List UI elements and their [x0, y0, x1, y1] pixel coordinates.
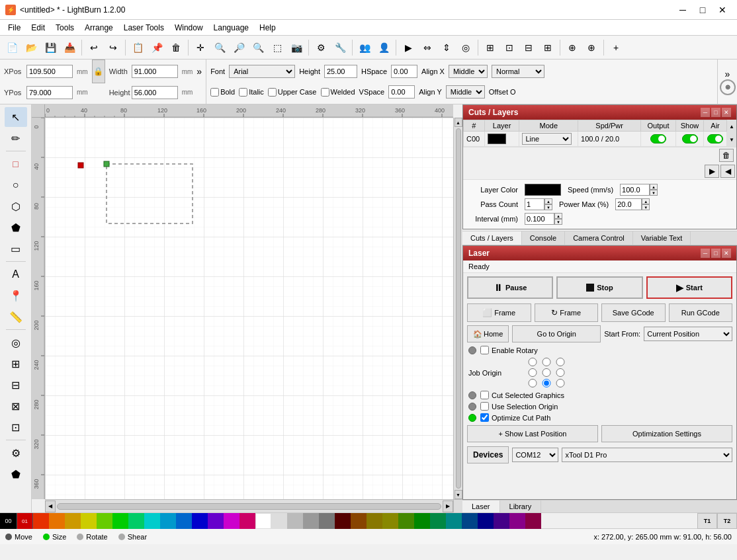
- speed-input[interactable]: [620, 184, 650, 196]
- close-button[interactable]: ✕: [713, 3, 732, 17]
- expand-props-button[interactable]: »: [196, 66, 202, 77]
- aligny-select[interactable]: Middle: [446, 85, 485, 99]
- xpos-input[interactable]: [26, 65, 73, 78]
- enable-rotary-check[interactable]: Enable Rotary: [480, 346, 538, 354]
- tab-console[interactable]: Console: [522, 231, 565, 245]
- palette-t2[interactable]: T2: [717, 513, 737, 529]
- normal-select[interactable]: Normal: [492, 65, 544, 78]
- user2-button[interactable]: 👤: [374, 38, 393, 57]
- welded-check[interactable]: Welded: [321, 88, 355, 97]
- palette-25[interactable]: [398, 513, 414, 529]
- palette-02[interactable]: [33, 513, 49, 529]
- palette-17[interactable]: [271, 513, 287, 529]
- start-button[interactable]: ▶ Start: [646, 276, 732, 299]
- tab-cuts-layers[interactable]: Cuts / Layers: [462, 231, 522, 245]
- home-pos-button[interactable]: ⊕: [720, 79, 736, 95]
- open-button[interactable]: 📂: [22, 38, 40, 57]
- expand-right-btn[interactable]: ▶: [705, 165, 719, 178]
- new-button[interactable]: 📄: [3, 38, 21, 57]
- interval-input[interactable]: [525, 213, 554, 225]
- palette-04[interactable]: [65, 513, 81, 529]
- palette-t1[interactable]: T1: [697, 513, 717, 529]
- cuts-maximize-button[interactable]: □: [711, 108, 720, 117]
- undo-button[interactable]: ↩: [85, 38, 103, 57]
- palette-01[interactable]: 01: [17, 513, 33, 529]
- menu-language[interactable]: Language: [208, 20, 254, 35]
- tab-camera[interactable]: Camera Control: [565, 231, 633, 245]
- save-button[interactable]: 💾: [41, 38, 60, 57]
- rect2-tool-button[interactable]: ▭: [5, 239, 27, 259]
- palette-32[interactable]: [509, 513, 525, 529]
- text-tool-button[interactable]: A: [5, 264, 27, 284]
- menu-tools[interactable]: Tools: [50, 20, 79, 35]
- output-toggle[interactable]: [650, 134, 666, 143]
- collapse-right-btn[interactable]: ◀: [720, 165, 735, 178]
- jorigin-bc[interactable]: [541, 379, 552, 387]
- pass-up-button[interactable]: ▲: [544, 198, 552, 204]
- palette-23[interactable]: [367, 513, 382, 529]
- rect-tool-button[interactable]: □: [5, 154, 27, 174]
- move-button[interactable]: ✛: [191, 38, 210, 57]
- circle-tool-button[interactable]: ○: [5, 175, 27, 195]
- copy-button[interactable]: 📋: [128, 38, 147, 57]
- palette-29[interactable]: [462, 513, 478, 529]
- palette-22[interactable]: [351, 513, 367, 529]
- speed-up-button[interactable]: ▲: [650, 184, 658, 190]
- opt-settings-button[interactable]: Optimization Settings: [601, 425, 732, 442]
- horizontal-scrollbar[interactable]: ◀ ▶: [45, 499, 453, 512]
- palette-20[interactable]: [319, 513, 335, 529]
- uppercase-check[interactable]: Upper Case: [268, 88, 317, 97]
- speed-down-button[interactable]: ▼: [650, 190, 658, 196]
- black-layer[interactable]: 00: [0, 513, 17, 529]
- optimize-check[interactable]: Optimize Cut Path: [480, 413, 550, 422]
- save-as-button[interactable]: 📥: [60, 38, 79, 57]
- jorigin-bl[interactable]: [527, 379, 539, 387]
- cut-selected-check[interactable]: Cut Selected Graphics: [480, 391, 564, 399]
- redo-button[interactable]: ↪: [104, 38, 122, 57]
- palette-05[interactable]: [81, 513, 97, 529]
- machine-select[interactable]: xTool D1 Pro: [562, 448, 732, 462]
- palette-18[interactable]: [287, 513, 303, 529]
- ungroup-tool-button[interactable]: ⊠: [5, 396, 27, 416]
- array-button[interactable]: ⊞: [5, 354, 27, 374]
- jorigin-ml[interactable]: [527, 368, 539, 377]
- group-tool-button[interactable]: ⊟: [5, 375, 27, 395]
- menu-help[interactable]: Help: [254, 20, 281, 35]
- palette-27[interactable]: [430, 513, 446, 529]
- menu-file[interactable]: File: [3, 20, 26, 35]
- power-down-button[interactable]: ▼: [642, 204, 650, 210]
- show-toggle[interactable]: [682, 134, 698, 143]
- delete-layer-button[interactable]: 🗑: [719, 149, 734, 162]
- jorigin-br[interactable]: [554, 379, 566, 387]
- pass-count-input[interactable]: [525, 198, 544, 210]
- start-from-select[interactable]: Current Position Absolute Coords User Or…: [644, 327, 732, 341]
- table-scroll-down[interactable]: ▼: [727, 134, 736, 147]
- canvas-content[interactable]: [45, 118, 453, 499]
- hspace-input[interactable]: [391, 65, 417, 78]
- home-button[interactable]: 🏠 Home: [467, 325, 509, 342]
- circle-button[interactable]: ◎: [456, 38, 475, 57]
- alignx-select[interactable]: Middle: [449, 65, 488, 78]
- interval-up-button[interactable]: ▲: [554, 213, 562, 219]
- expand-right-button[interactable]: »: [725, 69, 730, 79]
- zoom-in-button[interactable]: 🔎: [230, 38, 248, 57]
- table-scroll-up[interactable]: ▲: [727, 120, 736, 134]
- palette-30[interactable]: [478, 513, 494, 529]
- com-port-select[interactable]: COM12: [512, 448, 558, 462]
- point-tool-button[interactable]: 📍: [5, 286, 27, 305]
- interval-down-button[interactable]: ▼: [554, 219, 562, 225]
- palette-26[interactable]: [414, 513, 430, 529]
- menu-arrange[interactable]: Arrange: [79, 20, 118, 35]
- scroll-down-button[interactable]: ▼: [455, 490, 462, 499]
- settings-button[interactable]: ⚙: [312, 38, 330, 57]
- laser-close-button[interactable]: ✕: [722, 249, 731, 258]
- tools-button[interactable]: 🔧: [331, 38, 349, 57]
- palette-13[interactable]: [208, 513, 224, 529]
- delete-button[interactable]: 🗑: [167, 38, 185, 57]
- palette-16[interactable]: [255, 513, 271, 529]
- jorigin-mr[interactable]: [554, 368, 566, 377]
- paste-button[interactable]: 📌: [148, 38, 166, 57]
- stop-button[interactable]: Stop: [556, 276, 642, 299]
- shapes-button[interactable]: ⬟: [5, 464, 27, 484]
- palette-28[interactable]: [446, 513, 462, 529]
